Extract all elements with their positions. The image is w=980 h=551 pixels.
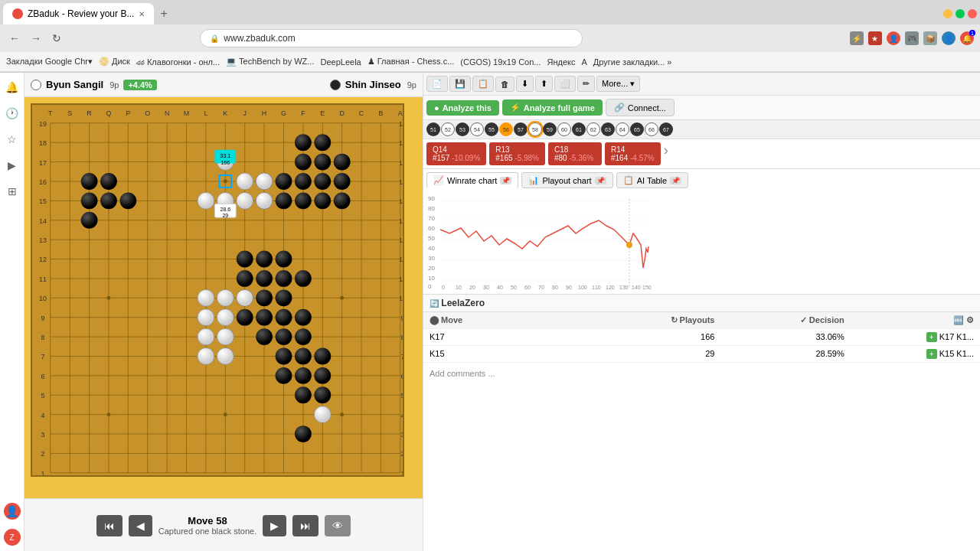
move-dot-56[interactable]: 56 <box>499 122 513 136</box>
sidebar-history-icon[interactable]: 🕐 <box>4 105 21 122</box>
active-tab[interactable]: ZBaduk - Review your B... ✕ <box>3 3 154 24</box>
profile2-icon[interactable]: 👤 <box>942 31 956 45</box>
edit-button[interactable]: ✏ <box>577 76 595 92</box>
svg-point-163 <box>314 348 331 365</box>
delete-button[interactable]: 🗑 <box>495 77 514 92</box>
add-variation-1-button[interactable]: + <box>926 349 937 359</box>
extra-col-icon: 🔤 <box>953 315 964 324</box>
bookmark-a[interactable]: А <box>581 57 586 67</box>
add-comments-area[interactable]: Add comments ... <box>423 363 980 384</box>
move-dot-53[interactable]: 53 <box>456 122 469 136</box>
playout-chart-pin[interactable]: 📌 <box>595 177 606 184</box>
download-button[interactable]: ⬇ <box>516 76 534 92</box>
analyze-this-button[interactable]: ● Analyze this <box>426 100 499 116</box>
toggle-view-button[interactable]: 👁 <box>325 515 351 536</box>
move-dot-57[interactable]: 57 <box>514 122 528 136</box>
quality-card-r13[interactable]: R13 #165 -5.98% <box>489 142 545 165</box>
maximize-button[interactable] <box>956 9 965 18</box>
add-variation-0-button[interactable]: + <box>926 332 937 342</box>
move-dot-61[interactable]: 61 <box>572 122 586 136</box>
move-dot-54[interactable]: 54 <box>470 122 484 136</box>
bookmark-cgos[interactable]: (CGOS) 19x19 Con... <box>460 57 541 67</box>
bookmark-deepleela[interactable]: DeepLeela <box>321 57 361 67</box>
refresh-button[interactable]: ↻ <box>49 31 64 46</box>
copy-button[interactable]: 📋 <box>472 76 494 92</box>
tab-close-btn[interactable]: ✕ <box>139 10 145 18</box>
games-icon[interactable]: 🎮 <box>905 31 919 45</box>
bookmark-other[interactable]: Другие закладки... » <box>593 57 672 67</box>
tab-winrate-chart[interactable]: 📈 Winrate chart 📌 <box>426 172 518 188</box>
move-dot-64[interactable]: 64 <box>616 122 629 136</box>
minimize-button[interactable] <box>943 9 952 18</box>
move-dot-65[interactable]: 65 <box>630 122 644 136</box>
sidebar-star-icon[interactable]: ☆ <box>4 131 21 148</box>
move-dot-51[interactable]: 51 <box>426 122 440 136</box>
svg-text:O: O <box>145 109 150 117</box>
save-button[interactable]: 💾 <box>449 76 471 92</box>
new-tab-button[interactable]: + <box>154 7 173 21</box>
profile-icon[interactable]: 👤 <box>887 31 900 45</box>
next-move-button[interactable]: ▶ <box>263 515 286 536</box>
move-dot-67[interactable]: 67 <box>659 122 673 136</box>
move-dot-60[interactable]: 60 <box>557 122 571 136</box>
winrate-line <box>440 220 648 268</box>
back-button[interactable]: ← <box>6 31 23 46</box>
ai-table-pin[interactable]: 📌 <box>670 177 681 184</box>
move-dot-58[interactable]: 58 <box>528 122 542 136</box>
square-button[interactable]: ⬜ <box>554 76 576 92</box>
playout-chart-label: Playout chart <box>542 176 591 185</box>
notification-icon[interactable]: 🔔1 <box>960 31 974 45</box>
bookmark-icon[interactable]: ★ <box>868 31 882 45</box>
svg-point-115 <box>224 179 227 183</box>
forward-button[interactable]: → <box>28 31 44 46</box>
close-window-button[interactable] <box>968 9 977 18</box>
scroll-right-icon[interactable]: › <box>664 142 668 165</box>
go-board[interactable]: grid drawn below via JS TSR QPO NML KJH … <box>31 103 404 477</box>
bookmark-google-chrome[interactable]: Закладки Google Chr▾ <box>6 57 93 67</box>
sidebar-grid-icon[interactable]: ⊞ <box>4 183 21 200</box>
svg-text:9: 9 <box>41 315 44 322</box>
extensions-icon[interactable]: ⚡ <box>850 31 864 45</box>
move-strip[interactable]: 51 52 53 54 55 56 57 58 59 60 61 62 63 6… <box>423 120 980 139</box>
sidebar-avatar[interactable]: 👤 <box>4 503 21 520</box>
move-dot-59[interactable]: 59 <box>543 122 557 136</box>
bookmark-chess[interactable]: ♟ Главная - Chess.c... <box>368 57 455 67</box>
move-dot-52[interactable]: 52 <box>441 122 455 136</box>
svg-point-186 <box>314 406 331 423</box>
last-move-button[interactable]: ⏭ <box>292 515 318 536</box>
bookmark-techbench[interactable]: 💻 TechBench by WZ... <box>226 57 314 67</box>
svg-text:A: A <box>398 109 403 117</box>
svg-text:H: H <box>262 109 266 117</box>
analyze-full-button[interactable]: ⚡ Analyze full game <box>502 99 603 116</box>
svg-text:E: E <box>320 109 325 117</box>
connect-button[interactable]: 🔗 Connect... <box>606 99 675 116</box>
more-button[interactable]: More... ▾ <box>596 76 640 92</box>
move-dot-62[interactable]: 62 <box>586 122 600 136</box>
new-game-button[interactable]: 📄 <box>426 76 448 92</box>
url-bar[interactable]: 🔒 www.zbaduk.com <box>200 29 583 47</box>
bookmark-klavogonki[interactable]: 🏎 Клавогонки - онл... <box>136 57 220 67</box>
svg-point-184 <box>217 348 234 365</box>
move-dot-66[interactable]: 66 <box>645 122 658 136</box>
prev-move-button[interactable]: ◀ <box>129 515 152 536</box>
winrate-chart-pin[interactable]: 📌 <box>500 177 511 184</box>
svg-text:11: 11 <box>399 276 404 283</box>
bookmark-disk[interactable]: 📀 Диск <box>99 57 130 67</box>
upload-button[interactable]: ⬆ <box>535 76 553 92</box>
sidebar-notifications-icon[interactable]: 🔔 <box>4 79 21 96</box>
svg-text:33.1: 33.1 <box>220 153 231 158</box>
move-dot-55[interactable]: 55 <box>485 122 498 136</box>
tab-playout-chart[interactable]: 📊 Playout chart 📌 <box>521 172 612 188</box>
quality-card-c18[interactable]: C18 #80 -5.36% <box>548 142 602 165</box>
move-dot-63[interactable]: 63 <box>601 122 615 136</box>
tab-ai-table[interactable]: 📋 AI Table 📌 <box>616 172 689 188</box>
add-comments-label: Add comments ... <box>430 369 495 378</box>
bookmark-yandex[interactable]: Яндекс <box>547 57 575 67</box>
extensions2-icon[interactable]: 📦 <box>923 31 937 45</box>
ai-engine-label: 🔄 LeelaZero <box>423 295 980 312</box>
first-move-button[interactable]: ⏮ <box>96 515 122 536</box>
svg-text:N: N <box>165 109 169 117</box>
quality-card-r14[interactable]: R14 #164 -4.57% <box>605 142 661 165</box>
sidebar-play-icon[interactable]: ▶ <box>4 157 21 174</box>
quality-card-q14[interactable]: Q14 #157 -10.09% <box>426 142 486 165</box>
